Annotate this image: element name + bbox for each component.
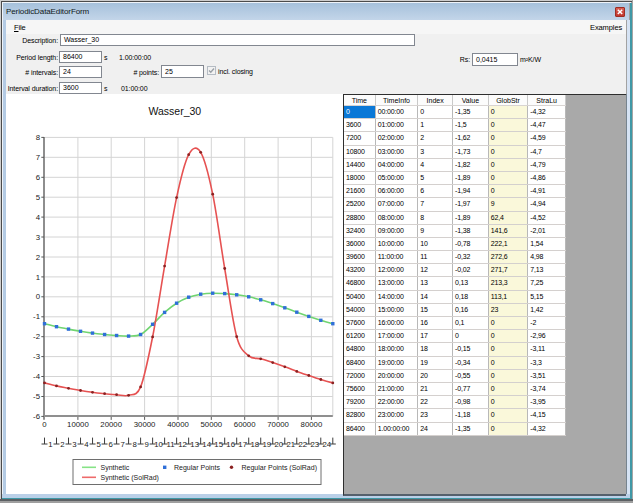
- svg-text:70000: 70000: [267, 420, 289, 429]
- svg-text:8: 8: [36, 133, 40, 142]
- svg-text:12: 12: [178, 440, 187, 449]
- svg-text:21: 21: [286, 440, 295, 449]
- svg-text:-4: -4: [33, 372, 41, 381]
- svg-text:3: 3: [72, 440, 76, 449]
- svg-text:9: 9: [144, 440, 148, 449]
- svg-text:60000: 60000: [234, 420, 256, 429]
- svg-text:2: 2: [36, 253, 40, 262]
- svg-text:Synthetic (SolRad): Synthetic (SolRad): [101, 474, 159, 482]
- svg-text:0: 0: [36, 292, 41, 301]
- svg-text:6: 6: [36, 173, 40, 182]
- svg-text:7: 7: [120, 440, 124, 449]
- svg-text:Wasser_30: Wasser_30: [148, 105, 201, 117]
- svg-text:22: 22: [298, 440, 307, 449]
- svg-text:13: 13: [190, 440, 199, 449]
- svg-text:3: 3: [36, 233, 40, 242]
- svg-text:-1: -1: [33, 312, 40, 321]
- svg-text:8: 8: [132, 440, 136, 449]
- svg-text:0: 0: [42, 420, 47, 429]
- svg-text:30000: 30000: [134, 420, 156, 429]
- svg-text:4: 4: [84, 440, 89, 449]
- svg-text:5: 5: [96, 440, 101, 449]
- svg-text:-6: -6: [33, 412, 40, 421]
- svg-text:Synthetic: Synthetic: [101, 464, 130, 472]
- svg-text:1: 1: [48, 440, 52, 449]
- svg-text:80000: 80000: [301, 420, 323, 429]
- svg-text:2: 2: [60, 440, 64, 449]
- svg-text:14: 14: [202, 440, 211, 449]
- svg-text:24: 24: [322, 440, 331, 449]
- svg-text:18: 18: [250, 440, 259, 449]
- svg-text:7: 7: [36, 153, 40, 162]
- svg-text:17: 17: [238, 440, 247, 449]
- svg-text:Regular Points: Regular Points: [174, 464, 220, 472]
- svg-text:10: 10: [154, 440, 163, 449]
- svg-text:5: 5: [36, 193, 41, 202]
- svg-text:-2: -2: [33, 332, 40, 341]
- svg-text:40000: 40000: [167, 420, 189, 429]
- svg-text:20000: 20000: [100, 420, 122, 429]
- svg-text:-5: -5: [33, 392, 41, 401]
- svg-text:20: 20: [274, 440, 283, 449]
- svg-text:11: 11: [167, 440, 175, 449]
- svg-text:1: 1: [36, 273, 40, 282]
- svg-text:23: 23: [310, 440, 319, 449]
- svg-text:10000: 10000: [67, 420, 89, 429]
- svg-text:15: 15: [214, 440, 223, 449]
- svg-text:19: 19: [262, 440, 271, 449]
- svg-text:50000: 50000: [200, 420, 222, 429]
- svg-text:Regular Points (SolRad): Regular Points (SolRad): [242, 464, 317, 472]
- svg-text:-3: -3: [33, 352, 40, 361]
- svg-text:6: 6: [108, 440, 112, 449]
- svg-text:16: 16: [226, 440, 235, 449]
- svg-text:4: 4: [36, 213, 41, 222]
